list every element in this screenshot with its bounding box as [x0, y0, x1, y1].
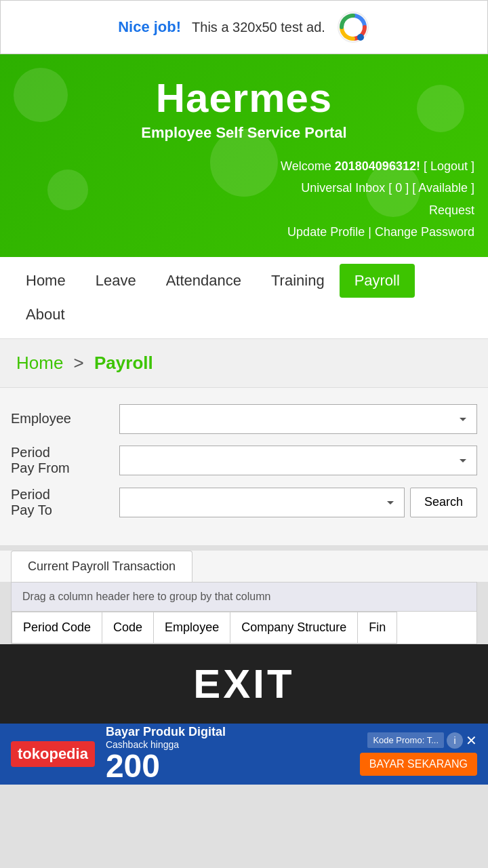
payroll-table: Period Code Code Employee Company Struct… [12, 612, 476, 644]
header: Haermes Employee Self Service Portal Wel… [0, 54, 488, 257]
bottom-ad-banner[interactable]: tokopedia Bayar Produk Digital Cashback … [0, 724, 488, 785]
breadcrumb-separator: > [74, 353, 84, 373]
inbox-count: [ 0 ] [388, 181, 409, 195]
ad-text1: Bayar Produk Digital [106, 725, 349, 739]
col-code[interactable]: Code [102, 612, 154, 643]
user-id: 201804096312! [335, 159, 420, 173]
ad-logo-icon [336, 10, 370, 44]
exit-label[interactable]: EXIT [193, 661, 294, 707]
app-subtitle: Employee Self Service Portal [14, 124, 474, 142]
app-title: Haermes [14, 75, 474, 121]
close-ad-button[interactable]: ✕ [466, 732, 477, 749]
ad-promo-row: Kode Promo: T... i ✕ [367, 732, 477, 749]
period-pay-to-select[interactable] [119, 488, 405, 517]
navigation: Home Leave Attendance Training Payroll A… [0, 257, 488, 339]
employee-row: Employee [11, 404, 477, 434]
exit-bar[interactable]: EXIT [0, 644, 488, 724]
update-profile-link[interactable]: Update Profile [287, 225, 365, 239]
main-content: Employee PeriodPay From PeriodPay To Sea… [0, 388, 488, 545]
period-pay-from-select[interactable] [119, 446, 477, 475]
inbox-label: Universal Inbox [301, 181, 385, 195]
period-pay-to-row: PeriodPay To Search [11, 487, 477, 518]
svg-point-1 [357, 34, 364, 41]
bayar-sekarang-button[interactable]: BAYAR SEKARANG [360, 753, 477, 776]
ad-right-section: Kode Promo: T... i ✕ BAYAR SEKARANG [360, 732, 477, 776]
top-ad-banner: Nice job! This a 320x50 test ad. [0, 0, 488, 54]
search-button[interactable]: Search [410, 488, 477, 517]
logout-link[interactable]: [ Logout ] [424, 159, 474, 173]
col-company-structure[interactable]: Company Structure [230, 612, 358, 643]
ad-nice-job: Nice job! [118, 18, 181, 36]
change-password-link[interactable]: Change Password [375, 225, 474, 239]
nav-training[interactable]: Training [256, 264, 340, 298]
divider: | [368, 225, 371, 239]
employee-label: Employee [11, 411, 119, 427]
tab-current-payroll[interactable]: Current Payroll Transaction [11, 551, 192, 582]
period-pay-from-row: PeriodPay From [11, 445, 477, 476]
tokopedia-logo: tokopedia [11, 741, 95, 767]
inbox-available: [ Available ] [412, 181, 474, 195]
request-link[interactable]: Request [429, 203, 474, 217]
ad-promo: Kode Promo: T... [367, 732, 444, 748]
ad-amount: 200 [106, 750, 349, 783]
welcome-prefix: Welcome [281, 159, 335, 173]
data-table-container: Drag a column header here to group by th… [11, 582, 477, 644]
header-info: Welcome 201804096312! [ Logout ] Univers… [14, 155, 474, 243]
tab-bar: Current Payroll Transaction [0, 551, 488, 582]
nav-home[interactable]: Home [11, 264, 81, 298]
ad-text: This a 320x50 test ad. [192, 20, 325, 35]
bottom-ad-content: Bayar Produk Digital Cashback hingga 200 [106, 725, 349, 783]
nav-leave[interactable]: Leave [81, 264, 151, 298]
breadcrumb: Home > Payroll [0, 339, 488, 388]
inbox-line: Universal Inbox [ 0 ] [ Available ] [14, 177, 474, 199]
col-fin[interactable]: Fin [358, 612, 397, 643]
drag-hint: Drag a column header here to group by th… [12, 583, 476, 612]
nav-attendance[interactable]: Attendance [151, 264, 256, 298]
col-period-code[interactable]: Period Code [12, 612, 102, 643]
welcome-line: Welcome 201804096312! [ Logout ] [14, 155, 474, 177]
breadcrumb-current: Payroll [94, 353, 153, 373]
nav-about[interactable]: About [11, 298, 80, 332]
nav-payroll[interactable]: Payroll [340, 264, 415, 298]
col-employee[interactable]: Employee [154, 612, 230, 643]
period-pay-from-label: PeriodPay From [11, 445, 119, 476]
period-pay-to-label: PeriodPay To [11, 487, 119, 518]
breadcrumb-home[interactable]: Home [16, 353, 63, 373]
info-icon[interactable]: i [447, 732, 463, 749]
request-line: Request [14, 199, 474, 221]
employee-select[interactable] [119, 404, 477, 434]
profile-line: Update Profile | Change Password [14, 221, 474, 243]
